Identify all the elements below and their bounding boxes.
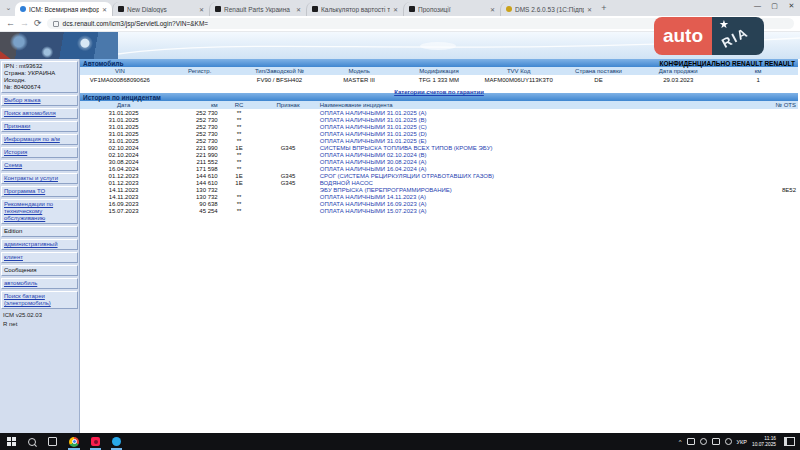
history-header-row: ДатакмRCПризнакНаименование инцидента№ O… (80, 101, 798, 109)
incident-link[interactable]: ОПЛАТА НАЛИЧНЫМИ 15.07.2023 (A) (320, 208, 427, 214)
table-row: 15.07.202345 254** ОПЛАТА НАЛИЧНЫМИ 15.0… (80, 207, 798, 214)
sidebar-item-клиент[interactable]: клиент (1, 252, 78, 263)
forward-icon[interactable]: → (20, 19, 29, 28)
incident-link[interactable]: ОПЛАТА НАЛИЧНЫМИ 31.01.2025 (C) (320, 124, 427, 130)
chrome-taskbar-button[interactable] (68, 433, 80, 450)
tray-cloud-icon[interactable] (700, 438, 707, 445)
browser-tab[interactable]: Пропозиції✕ (403, 2, 500, 16)
new-tab-button[interactable]: + (597, 3, 611, 13)
taskbar-clock[interactable]: 11:16 10.07.2025 (752, 436, 776, 447)
minimize-button[interactable]: — (749, 0, 766, 12)
incident-link[interactable]: ОПЛАТА НАЛИЧНЫМИ 31.01.2025 (D) (320, 131, 427, 137)
tab-close-icon[interactable]: ✕ (587, 6, 592, 13)
back-icon[interactable]: ← (6, 19, 15, 28)
history-cell: ** (220, 200, 259, 207)
sidebar-item-история[interactable]: История (1, 147, 78, 158)
offers-icon (409, 6, 415, 12)
incident-name-cell: ОПЛАТА НАЛИЧНЫМИ 30.08.2024 (A) (318, 158, 746, 165)
history-cell: ** (220, 137, 259, 144)
sidebar-item-программа-то[interactable]: Программа ТО (1, 186, 78, 197)
sidebar-item-поиск-батареи-электромобиль-[interactable]: Поиск батареи (электромобиль) (1, 291, 78, 309)
search-button[interactable] (27, 433, 37, 450)
start-button[interactable] (6, 433, 17, 450)
tab-close-icon[interactable]: ✕ (490, 6, 495, 13)
warranty-categories-link[interactable]: Категории счетов по гарантии (394, 89, 484, 95)
history-cell: 31.01.2025 (80, 130, 167, 137)
reload-icon[interactable]: ⟳ (34, 19, 42, 28)
sidebar-item-автомобиль[interactable]: автомобиль (1, 278, 78, 289)
browser-tab[interactable]: New Dialogys✕ (112, 2, 209, 16)
windows-logo-icon (7, 437, 16, 446)
sidebar-item-выбор-языка[interactable]: Выбор языка (1, 95, 78, 106)
globe-icon (20, 6, 26, 12)
incident-link[interactable]: СИСТЕМЫ ВПРЫСКА ТОПЛИВА ВСЕХ ТИПОВ (КРОМ… (320, 145, 493, 151)
incident-link[interactable]: ОПЛАТА НАЛИЧНЫМИ 16.09.2023 (A) (320, 201, 427, 207)
incident-link[interactable]: ОПЛАТА НАЛИЧНЫМИ 30.08.2024 (A) (320, 159, 427, 165)
tab-search-icon[interactable]: ⌄ (2, 3, 15, 13)
browser-tab[interactable]: DMS 2.6.0.53 (1С:Підприємст...✕ (500, 2, 597, 16)
tab-close-icon[interactable]: ✕ (102, 6, 107, 13)
table-row: 01.12.2023144 6101EG345ВОДЯНОЙ НАСОС (80, 179, 798, 186)
language-indicator[interactable]: УКР (737, 439, 747, 445)
tab-close-icon[interactable]: ✕ (199, 6, 204, 13)
incident-link[interactable]: СРОГ (СИСТЕМА РЕЦИРКУЛЯЦИИ ОТРАБОТАВШИХ … (320, 173, 494, 179)
history-cell (220, 186, 259, 193)
browser-tab[interactable]: Калькулятор вартості техніч...✕ (306, 2, 403, 16)
tray-expand-icon[interactable]: ^ (679, 439, 682, 445)
incident-name-cell: ОПЛАТА НАЛИЧНЫМИ 31.01.2025 (A) (318, 109, 746, 116)
history-column-header: RC (220, 101, 259, 109)
vehicle-table: VINРегистр.Тип/Заводской №МодельМодифика… (80, 67, 798, 84)
tabs-container: ICM: Всемирная информаци...✕New Dialogys… (15, 2, 597, 16)
history-cell: 31.01.2025 (80, 123, 167, 130)
history-cell (258, 158, 317, 165)
tab-title: New Dialogys (127, 6, 196, 13)
history-cell (745, 179, 798, 186)
sidebar-item-поиск-автомобиля[interactable]: Поиск автомобиля (1, 108, 78, 119)
incident-link[interactable]: ОПЛАТА НАЛИЧНЫМИ 14.11.2023 (A) (320, 194, 426, 200)
maximize-button[interactable]: ▢ (766, 0, 783, 12)
url-text[interactable]: dcs.renault.com/icm3/jsp/ServletLogin?VI… (63, 20, 209, 27)
tab-close-icon[interactable]: ✕ (393, 6, 398, 13)
site-info-icon[interactable] (53, 21, 59, 27)
browser-tab[interactable]: Renault Parts Украина✕ (209, 2, 306, 16)
history-cell: ** (220, 116, 259, 123)
sidebar-item-признаки[interactable]: Признаки (1, 121, 78, 132)
history-cell: 16.04.2024 (80, 165, 167, 172)
red-app-taskbar-button[interactable] (90, 433, 101, 450)
notification-center-icon[interactable] (784, 437, 795, 446)
history-cell (745, 130, 798, 137)
tray-shield-icon[interactable] (687, 438, 695, 445)
sidebar-item-информация-по-а-м[interactable]: Информация по а/м (1, 134, 78, 145)
incident-link[interactable]: ОПЛАТА НАЛИЧНЫМИ 31.01.2025 (E) (320, 138, 427, 144)
history-cell: 252 730 (167, 130, 219, 137)
history-cell (745, 137, 798, 144)
history-cell (258, 151, 317, 158)
incident-name-cell: ОПЛАТА НАЛИЧНЫМИ 31.01.2025 (B) (318, 116, 746, 123)
vehicle-value-cell: TFG 1 333 MM (399, 75, 479, 84)
tab-close-icon[interactable]: ✕ (296, 6, 301, 13)
close-button[interactable]: ✕ (783, 0, 800, 12)
tray-display-icon[interactable] (712, 438, 720, 445)
sidebar-item-схема[interactable]: Схема (1, 160, 78, 171)
history-cell: 144 610 (167, 172, 219, 179)
blue-app-taskbar-button[interactable] (111, 433, 122, 450)
table-row: 02.10.2024221 9901EG345СИСТЕМЫ ВПРЫСКА Т… (80, 144, 798, 151)
browser-tab[interactable]: ICM: Всемирная информаци...✕ (15, 2, 112, 16)
sidebar-link-label: административный (4, 241, 75, 248)
task-view-icon (48, 437, 57, 446)
sidebar-item-рекомендации-по-техническому-обслуживанию[interactable]: Рекомендации по техническому обслуживани… (1, 199, 78, 224)
table-row: 31.01.2025252 730** ОПЛАТА НАЛИЧНЫМИ 31.… (80, 130, 798, 137)
incident-link[interactable]: ОПЛАТА НАЛИЧНЫМИ 31.01.2025 (A) (320, 110, 427, 116)
sidebar-item-контракты-и-услуги[interactable]: Контракты и услуги (1, 173, 78, 184)
incident-link[interactable]: ОПЛАТА НАЛИЧНЫМИ 02.10.2024 (B) (320, 152, 427, 158)
tray-volume-icon[interactable] (725, 438, 732, 445)
incident-link[interactable]: ЭБУ ВПРЫСКА (ПЕРЕПРОГРАММИРОВАНИЕ) (320, 187, 452, 193)
incident-link[interactable]: ОПЛАТА НАЛИЧНЫМИ 16.04.2024 (A) (320, 166, 427, 172)
task-view-button[interactable] (47, 433, 58, 450)
history-cell (745, 158, 798, 165)
incident-link[interactable]: ОПЛАТА НАЛИЧНЫМИ 31.01.2025 (B) (320, 117, 427, 123)
incident-link[interactable]: ВОДЯНОЙ НАСОС (320, 180, 373, 186)
history-table: ДатакмRCПризнакНаименование инцидента№ O… (80, 101, 798, 214)
sidebar-item-административный[interactable]: административный (1, 239, 78, 250)
tab-title: Калькулятор вартості техніч... (321, 6, 390, 13)
